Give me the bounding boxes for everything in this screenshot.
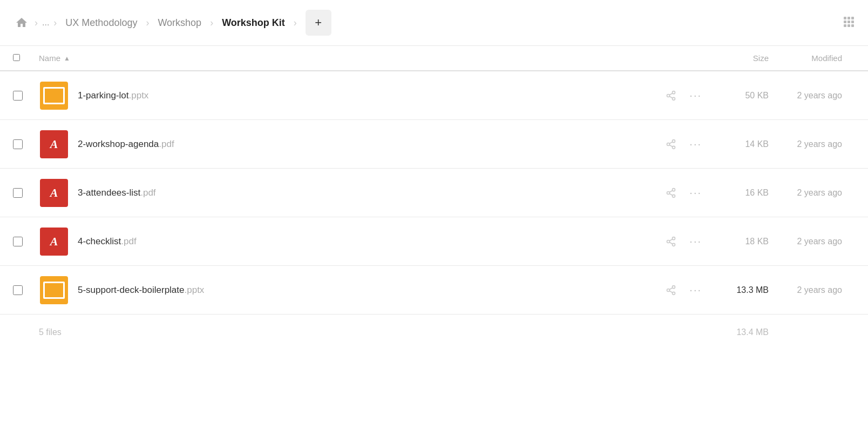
file-actions: ··· — [639, 282, 704, 298]
share-button[interactable] — [663, 137, 679, 152]
svg-rect-4 — [847, 21, 850, 23]
file-checkbox — [13, 285, 39, 295]
svg-line-13 — [669, 93, 673, 95]
svg-rect-0 — [844, 17, 846, 19]
svg-rect-5 — [851, 21, 854, 23]
file-name-ext: .pptx — [129, 90, 149, 101]
file-name-ext: .pdf — [159, 139, 174, 149]
file-row[interactable]: 1-parking-lot.pptx ··· 50 KB 2 years ago — [0, 71, 868, 120]
svg-rect-6 — [844, 24, 846, 27]
pdf-icon: A — [40, 228, 68, 256]
file-actions: ··· — [639, 136, 704, 152]
more-options-button[interactable]: ··· — [687, 282, 704, 298]
breadcrumb-dots[interactable]: ... — [42, 18, 49, 28]
svg-line-17 — [669, 145, 673, 146]
breadcrumb-item-workshop-kit[interactable]: Workshop Kit — [218, 15, 289, 31]
svg-rect-1 — [847, 17, 850, 19]
file-name-ext: .pdf — [121, 236, 136, 246]
file-select-checkbox[interactable] — [13, 139, 23, 149]
more-options-button[interactable]: ··· — [687, 233, 704, 250]
svg-rect-3 — [844, 21, 846, 23]
share-button[interactable] — [663, 234, 679, 249]
share-button[interactable] — [663, 283, 679, 298]
svg-point-14 — [673, 139, 675, 142]
svg-rect-2 — [851, 17, 854, 19]
dots-icon: ··· — [689, 284, 702, 296]
file-name-base: 2-workshop-agenda — [78, 139, 159, 149]
header-name-col[interactable]: Name ▲ — [39, 54, 639, 63]
breadcrumb-item-workshop[interactable]: Workshop — [153, 15, 206, 31]
breadcrumb-sep-2: › — [146, 17, 149, 29]
file-checkbox — [13, 237, 39, 246]
share-icon — [666, 285, 676, 296]
file-rows-container: 1-parking-lot.pptx ··· 50 KB 2 years ago — [0, 71, 868, 315]
file-select-checkbox[interactable] — [13, 91, 23, 101]
file-name: 1-parking-lot.pptx — [78, 90, 148, 101]
file-name-base: 1-parking-lot — [78, 90, 129, 101]
share-icon — [666, 188, 676, 198]
svg-line-23 — [669, 190, 673, 192]
svg-line-22 — [669, 193, 673, 195]
file-name-col: A 2-workshop-agenda.pdf — [39, 129, 639, 159]
breadcrumb-sep-0: › — [35, 17, 38, 29]
svg-point-16 — [673, 146, 675, 149]
file-icon: A — [39, 178, 69, 208]
home-button[interactable] — [13, 14, 30, 31]
file-name-col: A 3-attendees-list.pdf — [39, 178, 639, 208]
file-modified: 2 years ago — [769, 139, 855, 149]
breadcrumb-sep-3: › — [210, 17, 213, 29]
file-name-base: 3-attendees-list — [78, 188, 140, 198]
select-all-checkbox[interactable] — [13, 54, 20, 61]
home-icon — [15, 16, 28, 29]
svg-line-32 — [669, 291, 673, 292]
breadcrumb-sep-4: › — [294, 17, 297, 29]
more-options-button[interactable]: ··· — [687, 136, 704, 152]
file-name-base: 5-support-deck-boilerplate — [78, 285, 185, 295]
file-name: 2-workshop-agenda.pdf — [78, 139, 174, 150]
header-size-col: Size — [704, 54, 769, 63]
file-checkbox — [13, 91, 39, 101]
file-name-ext: .pdf — [140, 188, 155, 198]
share-icon — [666, 236, 676, 247]
file-list-footer: 5 files 13.4 MB — [0, 315, 868, 350]
share-icon — [666, 90, 676, 101]
file-modified: 2 years ago — [769, 285, 855, 295]
share-button[interactable] — [663, 88, 679, 103]
svg-line-33 — [669, 287, 673, 289]
breadcrumb-item-ux-methodology[interactable]: UX Methodology — [61, 15, 141, 31]
file-size: 13.3 MB — [704, 285, 769, 295]
file-row[interactable]: 5-support-deck-boilerplate.pptx ··· 13.3… — [0, 266, 868, 315]
svg-point-15 — [667, 143, 670, 145]
more-options-button[interactable]: ··· — [687, 87, 704, 104]
pdf-icon: A — [40, 130, 68, 158]
grid-view-button[interactable] — [842, 15, 855, 31]
pdf-icon: A — [40, 179, 68, 207]
file-icon: A — [39, 226, 69, 257]
file-size: 50 KB — [704, 91, 769, 101]
file-actions: ··· — [639, 87, 704, 104]
more-options-button[interactable]: ··· — [687, 184, 704, 201]
footer-file-count: 5 files — [13, 327, 639, 337]
file-list: Name ▲ Size Modified 1-parking-lot.pptx — [0, 46, 868, 350]
file-name-base: 4-checklist — [78, 236, 121, 246]
file-select-checkbox[interactable] — [13, 285, 23, 295]
file-select-checkbox[interactable] — [13, 188, 23, 198]
share-icon — [666, 139, 676, 150]
dots-icon: ··· — [689, 89, 702, 102]
file-select-checkbox[interactable] — [13, 237, 23, 246]
dots-icon: ··· — [689, 186, 702, 199]
pptx-icon — [40, 82, 68, 110]
svg-line-28 — [669, 239, 673, 240]
grid-icon — [842, 15, 855, 28]
breadcrumb-sep-1: › — [53, 17, 57, 29]
share-button[interactable] — [663, 185, 679, 200]
header-modified-col: Modified — [769, 54, 855, 63]
file-actions: ··· — [639, 233, 704, 250]
file-row[interactable]: A 3-attendees-list.pdf ··· 16 KB 2 year — [0, 169, 868, 217]
file-size: 18 KB — [704, 237, 769, 246]
sort-arrow-icon: ▲ — [64, 55, 70, 62]
add-button[interactable]: + — [306, 10, 331, 36]
file-row[interactable]: A 2-workshop-agenda.pdf ··· 14 KB 2 yea — [0, 120, 868, 169]
svg-line-18 — [669, 142, 673, 143]
file-row[interactable]: A 4-checklist.pdf ··· 18 KB 2 years ago — [0, 217, 868, 266]
